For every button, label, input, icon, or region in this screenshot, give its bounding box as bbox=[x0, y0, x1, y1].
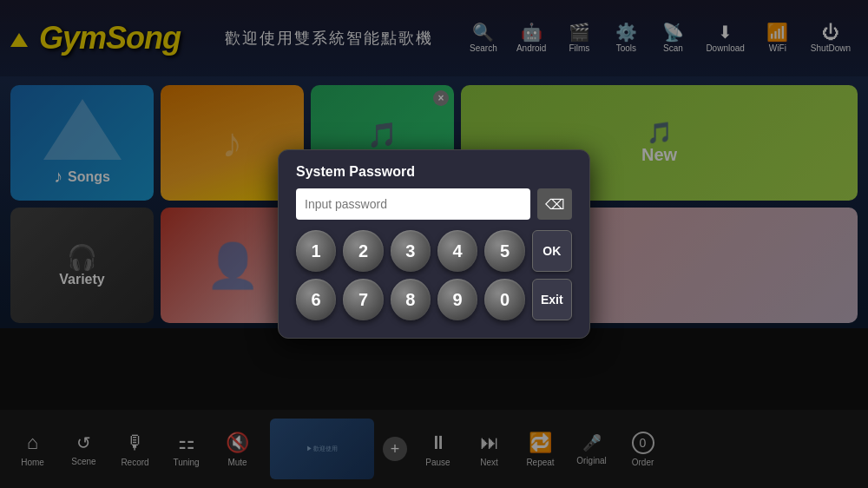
numpad-1[interactable]: 1 bbox=[296, 230, 336, 272]
backspace-button[interactable]: ⌫ bbox=[537, 188, 572, 220]
password-input[interactable] bbox=[296, 188, 530, 220]
numpad-6[interactable]: 6 bbox=[296, 279, 336, 320]
exit-button[interactable]: Exit bbox=[532, 279, 572, 320]
backspace-icon: ⌫ bbox=[545, 196, 565, 213]
numpad-0[interactable]: 0 bbox=[484, 279, 524, 320]
modal-input-row: ⌫ bbox=[296, 188, 572, 220]
numpad-2[interactable]: 2 bbox=[343, 230, 383, 272]
modal-overlay: System Password ⌫ 1 2 3 4 5 OK 6 7 8 9 0… bbox=[0, 0, 868, 488]
numpad-8[interactable]: 8 bbox=[391, 279, 431, 320]
system-password-modal: System Password ⌫ 1 2 3 4 5 OK 6 7 8 9 0… bbox=[278, 149, 590, 339]
numpad-5[interactable]: 5 bbox=[484, 230, 524, 272]
numpad-3[interactable]: 3 bbox=[391, 230, 431, 272]
ok-button[interactable]: OK bbox=[532, 230, 572, 272]
numpad-9[interactable]: 9 bbox=[437, 279, 477, 320]
numpad: 1 2 3 4 5 OK 6 7 8 9 0 Exit bbox=[296, 230, 572, 320]
modal-title: System Password bbox=[296, 164, 572, 180]
numpad-4[interactable]: 4 bbox=[437, 230, 477, 272]
numpad-7[interactable]: 7 bbox=[343, 279, 383, 320]
